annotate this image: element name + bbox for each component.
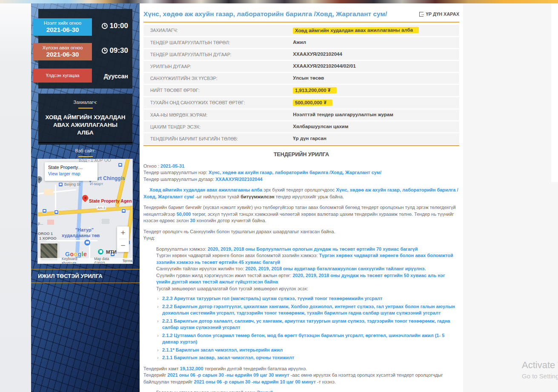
zoom-out-button[interactable]: − [117, 239, 129, 252]
table-row: УРИЛГЫН ДУГААР:ХХААХУЯ/202102044/02/01 [143, 61, 459, 72]
text-line: Гадаадын этгээд тендер ирүүлэх эрхтэй эс… [156, 389, 459, 392]
text-block: Тендерт оролцогч нь Санхүүгийн болон тур… [143, 229, 459, 242]
map-road-badge: АН-3 [97, 206, 106, 210]
text-line: Тендерт оролцогч нь Санхүүгийн болон тур… [143, 229, 459, 235]
inline-link[interactable]: 2021-05-31 [160, 163, 184, 169]
inline-link[interactable]: Ховд аймгийн худалдан авах ажиллагааны а… [149, 187, 262, 192]
inline-link[interactable]: 2020, 2019, 2018 оны аудитаар баталгаажу… [245, 266, 426, 271]
field-label: ХАА-НЫ МӨРДӨХ ЖУРАМ: [143, 109, 289, 120]
text-segment: Огноо : [143, 163, 160, 169]
map-attribution-link[interactable]: Terms [123, 259, 132, 263]
text-segment: Тендерт оролцогч нь Санхүүгийн болон тур… [143, 229, 335, 234]
map-label-natur[interactable]: "Натур" [75, 227, 94, 232]
map-attribution-bar: Keyboard shortcutsMap data ©2023Terms [38, 258, 132, 263]
text-segment: Борлуулалтын хэмжээ: [156, 246, 208, 252]
highlighted-value: 1,913,200,000 ₮ [293, 87, 337, 94]
map-road-main [37, 206, 133, 216]
map-pin-icon [37, 175, 43, 183]
inline-link[interactable]: ХХААХУЯ/202102044 [215, 177, 263, 182]
table-row: ЗАХИАЛАГЧ:Ховд аймгийн худалдан авах ажи… [143, 25, 459, 36]
inline-link[interactable]: Хүнс, хөдөө аж ахуйн газар, лабораторийн… [209, 170, 381, 175]
inline-link[interactable]: 50,000 [177, 212, 191, 217]
timer-label: Үлдсэн хугацаа [34, 72, 91, 78]
table-row: НИЙТ ТӨСӨВТ ӨРТӨГ:1,913,200,000 ₮ [143, 85, 459, 96]
table-row: ТЕНДЕР ШАЛГАРУУЛАЛТЫН ТӨРӨЛ:Ажил [143, 37, 459, 48]
client-name: ХОВД АЙМГИЙН ХУДАЛДАН АВАХ АЖИЛЛАГААНЫ А… [38, 114, 132, 137]
text-segment: төгрөгийн дүнтэй тендерийн баталгаа ирүү… [203, 366, 307, 371]
timer-row: Нээлт хийх огноо2021-06-3010:00 [38, 18, 132, 35]
google-map-embed[interactable]: ВЗД - 1 ХОР ОО State Property Agen АН-3 … [37, 159, 133, 264]
license-item[interactable]: 2.1.1* Барилгын засал чимэглэл, интерьер… [143, 347, 459, 354]
requirement-item: Тусгай зөвшөөрөл шаардлагатай бол тусгай… [156, 286, 459, 292]
map-attribution-link[interactable]: Keyboard shortcuts [62, 257, 90, 264]
ribbon-fold [33, 83, 38, 86]
ribbon-fold [33, 36, 38, 39]
field-value: Хялбаршуулсан цахим [289, 121, 459, 132]
field-value: Нээлттэй тендер шалгаруулалтын журам [289, 109, 459, 120]
text-block: Тендерийн хамт 19,132,000 төгрөгийн дүнт… [143, 366, 459, 386]
field-label: НИЙТ ТӨСӨВТ ӨРТӨГ: [143, 85, 289, 96]
watermark-line2: Go to Setting [522, 372, 558, 380]
clock-icon [102, 23, 108, 29]
yellow-divider [78, 156, 93, 157]
requirement-item: Сүүлийн гурван жилд хэрэгжүүлсэн ижил тө… [156, 272, 459, 286]
map-attribution-link[interactable]: Map data ©2023 [94, 257, 119, 264]
field-label: ТЕНДЕР ШАЛГАРУУЛАЛТЫН ТӨРӨЛ: [143, 37, 289, 48]
page-right-strip [551, 3, 558, 182]
client-panel: Захиалагч: ХОВД АЙМГИЙН ХУДАЛДАН АВАХ АЖ… [38, 94, 132, 145]
highlighted-value: 500,000,000 ₮ [293, 100, 332, 106]
bus-stop-icon [121, 209, 126, 213]
map-label-mti: МТИ [106, 249, 117, 255]
inline-link[interactable]: 19,132,000 [180, 366, 203, 371]
field-label: ТУХАЙН ОНД САНХҮҮЖИХ ТӨСӨВТ ӨРТӨГ: [143, 97, 289, 109]
text-segment: тендер ирүүлэхийг урьж байна. [275, 194, 344, 199]
table-row: ТЕНДЕР ШАЛГАРУУЛАЛТЫН ДУГААР:ХХААХУЯ/202… [143, 49, 459, 60]
field-value: ХХААХУЯ/202102044 [289, 49, 459, 60]
bus-stop-icon [118, 163, 123, 167]
timer-value-text: 10:00 [110, 22, 128, 30]
ribbon-fold [33, 60, 38, 63]
text-segment: Үүнд: [143, 235, 155, 240]
timer-panel: Нээлт хийх огноо2021-06-3010:00Хүлээн ав… [38, 9, 132, 89]
map-label-state-property[interactable]: State Property Agen [89, 198, 132, 203]
license-item[interactable]: 2.1.2 Цутгамал болон угсармал төмөр бето… [143, 332, 459, 346]
license-item[interactable]: 2.2.1 Барилгын дотор халаалт, салхивч, у… [143, 318, 459, 331]
view-results-icon [419, 12, 424, 17]
license-item[interactable]: 2.1.1 Барилгын засвар, засал чимэглэл, о… [143, 355, 459, 361]
yellow-divider [78, 108, 93, 109]
timer-ribbon: Үлдсэн хугацаа [33, 69, 92, 83]
text-segment: Санхүүгийн тайлан ирүүлэх жилийн тоо: [156, 266, 245, 271]
inline-link[interactable]: 2021 оны 06 -р сарын 30 -ны өдрийн 10 ца… [194, 379, 316, 384]
inline-link[interactable]: 30 [190, 218, 195, 223]
map-zoom-control: + − [117, 226, 129, 252]
inline-link[interactable]: 2020, 2019, 2018 оны Борлуулалтын орлогы… [208, 246, 418, 252]
field-value: 1,913,200,000 ₮ [289, 85, 459, 96]
license-item[interactable]: 2.2.2 Барилгын дотор гэрэлтүүлэг, цахилг… [143, 303, 459, 317]
page-left-gutter [0, 3, 31, 392]
header-photo-strip [0, 0, 558, 3]
inline-link[interactable]: 2021 оны 06 -р сарын 30 -ны өдрийн 09 ца… [167, 372, 289, 378]
timer-value: 10:00 [102, 22, 128, 30]
timer-label: Нээлт хийх огноо [34, 20, 91, 26]
map-poi-block [44, 189, 53, 195]
license-item[interactable]: 2.2.3 Ариутгах татуургын гол (магистраль… [143, 295, 459, 302]
text-line: Тендерийг 2021 оны 06 -р сарын 30 -ны өд… [143, 372, 459, 385]
inline-link[interactable]: Эрхгүй [257, 390, 273, 392]
text-segment: эрх бүхий тендерт оролцогчдоос [262, 187, 336, 192]
map-info-title: State Property… [48, 165, 94, 170]
view-larger-map-link[interactable]: View larger map [48, 171, 94, 176]
text-segment: Түргэн хөрвөх чадвартай хөрөнгө болон ав… [156, 253, 319, 258]
map-poi-block [47, 220, 54, 225]
text-segment: -ыг нийлүүлэх тухай [194, 194, 240, 199]
content-header: Хүнс, хөдөө аж ахуйн газар, лабораторийн… [143, 3, 459, 22]
zoom-in-button[interactable]: + [117, 226, 129, 239]
field-label: САНХҮҮЖИЛТИЙН ЭХ ҮҮСВЭР: [143, 73, 289, 84]
paragraph: Тендерийн баримт бичгийг (хүсвэл нэмэлт … [143, 204, 459, 224]
view-results-button[interactable]: ҮР ДҮН ХАРАХ [419, 11, 459, 17]
map-label-khoroo1: OROO 1 [38, 232, 53, 236]
text-line: Тендерийн хамт 19,132,000 төгрөгийн дүнт… [143, 366, 459, 372]
license-list: 2.2.3 Ариутгах татуургын гол (магистраль… [143, 295, 459, 361]
field-label: ЗАХИАЛАГЧ: [143, 25, 289, 36]
page-right-panel [463, 3, 558, 392]
clock-icon [102, 48, 108, 54]
